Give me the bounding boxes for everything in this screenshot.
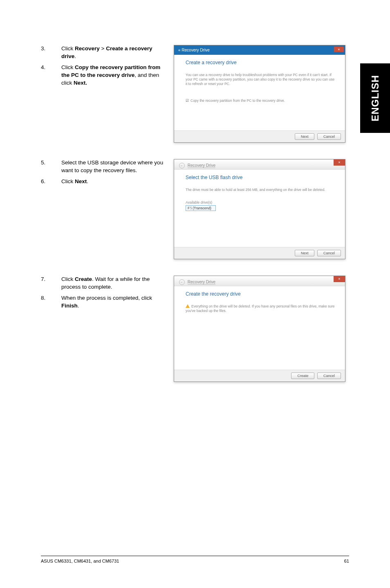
- dialog-footer: Next Cancel: [174, 247, 345, 259]
- cancel-button[interactable]: Cancel: [317, 133, 341, 140]
- dialog-body: Create a recovery drive You can use a re…: [174, 55, 345, 130]
- dialog-title: Select the USB flash drive: [186, 175, 336, 180]
- screenshot-3: ← Recovery Drive × Create the recovery d…: [174, 276, 349, 382]
- next-button[interactable]: Next: [295, 133, 315, 140]
- step-8: 8. When the process is completed, click …: [41, 294, 164, 310]
- steps-col-3: 7. Click Create. Wait for a while for th…: [41, 276, 164, 313]
- dialog-body: Select the USB flash drive The drive mus…: [174, 170, 345, 247]
- dialog-title: Create the recovery drive: [186, 291, 336, 297]
- drive-item[interactable]: F:\ (Transcend): [186, 205, 216, 211]
- dialog-text: You can use a recovery drive to help tro…: [186, 73, 336, 86]
- step-num: 4.: [41, 64, 61, 87]
- checkbox-copy-partition[interactable]: Copy the recovery partition from the PC …: [186, 99, 336, 103]
- close-icon[interactable]: ×: [334, 276, 345, 282]
- dialog-footer: Create Cancel: [174, 370, 345, 382]
- dialog-create-confirm: ← Recovery Drive × Create the recovery d…: [174, 276, 345, 382]
- breadcrumb: Recovery Drive: [188, 163, 215, 168]
- cancel-button[interactable]: Cancel: [317, 250, 341, 256]
- section-2: 5. Select the USB storage device where y…: [41, 159, 349, 259]
- back-icon[interactable]: ←: [179, 279, 185, 285]
- step-text: Click Next.: [61, 178, 164, 186]
- dialog-create-recovery: « Recovery Drive × Create a recovery dri…: [174, 45, 345, 143]
- section-1: 3. Click Recovery > Create a recovery dr…: [41, 45, 349, 143]
- screenshot-1: « Recovery Drive × Create a recovery dri…: [174, 45, 349, 143]
- step-text: Click Recovery > Create a recovery drive…: [61, 45, 164, 61]
- footer-page-number: 61: [344, 559, 349, 563]
- breadcrumb: Recovery Drive: [188, 280, 215, 285]
- step-text: Select the USB storage device where you …: [61, 159, 164, 175]
- step-num: 3.: [41, 45, 61, 61]
- step-6: 6. Click Next.: [41, 178, 164, 186]
- drive-label: Available drive(s): [186, 200, 336, 204]
- dialog-title: Create a recovery drive: [186, 60, 336, 65]
- step-text: Click Create. Wait for a while for the p…: [61, 276, 164, 291]
- step-num: 8.: [41, 294, 61, 310]
- step-7: 7. Click Create. Wait for a while for th…: [41, 276, 164, 291]
- breadcrumb: « Recovery Drive: [178, 48, 210, 52]
- dialog-header: ← Recovery Drive ×: [174, 159, 345, 170]
- step-5: 5. Select the USB storage device where y…: [41, 159, 164, 175]
- page-footer: ASUS CM6331, CM6431, and CM6731 61: [41, 556, 349, 563]
- create-button[interactable]: Create: [291, 373, 314, 379]
- step-num: 5.: [41, 159, 61, 175]
- step-text: When the process is completed, click Fin…: [61, 294, 164, 310]
- steps-col-2: 5. Select the USB storage device where y…: [41, 159, 164, 189]
- close-icon[interactable]: ×: [334, 47, 344, 52]
- steps-col-1: 3. Click Recovery > Create a recovery dr…: [41, 45, 164, 90]
- footer-left: ASUS CM6331, CM6431, and CM6731: [41, 559, 119, 563]
- back-icon[interactable]: ←: [179, 163, 185, 168]
- dialog-text: Everything on the drive will be deleted.…: [186, 304, 336, 313]
- page: 3. Click Recovery > Create a recovery dr…: [0, 0, 390, 419]
- step-4: 4. Click Copy the recovery partition fro…: [41, 64, 164, 87]
- step-text: Click Copy the recovery partition from t…: [61, 64, 164, 87]
- screenshot-2: ← Recovery Drive × Select the USB flash …: [174, 159, 349, 259]
- dialog-header: « Recovery Drive ×: [174, 45, 345, 55]
- step-3: 3. Click Recovery > Create a recovery dr…: [41, 45, 164, 61]
- dialog-select-usb: ← Recovery Drive × Select the USB flash …: [174, 159, 345, 259]
- warning-icon: [186, 304, 190, 308]
- dialog-text: The drive must be able to hold at least …: [186, 188, 336, 192]
- dialog-header: ← Recovery Drive ×: [174, 276, 345, 286]
- dialog-footer: Next Cancel: [174, 130, 345, 142]
- cancel-button[interactable]: Cancel: [317, 373, 341, 379]
- dialog-body: Create the recovery drive Everything on …: [174, 286, 345, 370]
- close-icon[interactable]: ×: [334, 159, 345, 166]
- step-num: 7.: [41, 276, 61, 291]
- step-num: 6.: [41, 178, 61, 186]
- section-3: 7. Click Create. Wait for a while for th…: [41, 276, 349, 382]
- next-button[interactable]: Next: [295, 250, 315, 256]
